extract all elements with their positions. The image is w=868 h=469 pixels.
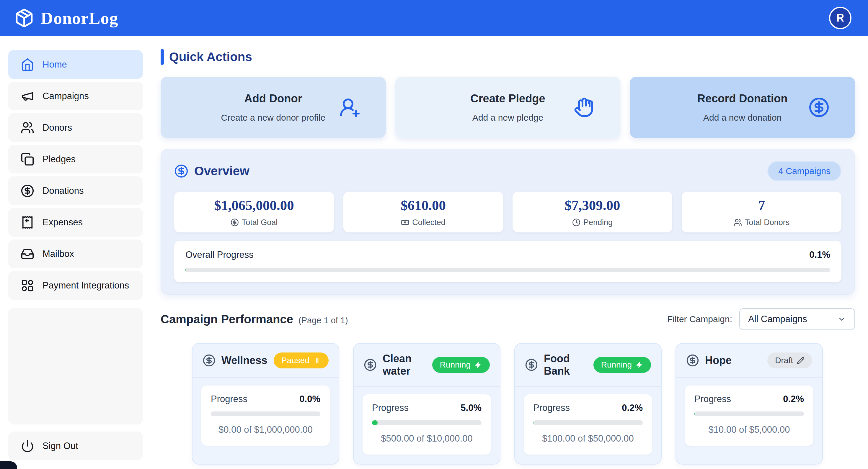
sidebar-item-label: Pledges xyxy=(42,154,75,165)
inbox-icon xyxy=(21,247,34,261)
sign-out-button[interactable]: Sign Out xyxy=(8,432,143,460)
stat-label: Total Donors xyxy=(745,218,790,227)
dollar-circle-icon xyxy=(230,218,239,227)
campaign-card-food-bank: Food Bank Running Progress 0.2% $100.00 … xyxy=(514,343,662,465)
receipt-icon xyxy=(21,215,34,229)
create-pledge-card[interactable]: Create Pledge Add a new pledge xyxy=(395,77,621,138)
stat-value: $1,065,000.00 xyxy=(214,197,294,213)
overview-stats: $1,065,000.00 Total Goal $610.00 Collect… xyxy=(174,192,841,232)
record-donation-card[interactable]: Record Donation Add a new donation xyxy=(630,77,855,138)
campaign-count-badge: 4 Campaigns xyxy=(767,161,841,181)
sidebar-item-label: Donations xyxy=(42,186,84,196)
amount-text: $10.00 of $5,000.00 xyxy=(694,425,804,435)
amount-text: $0.00 of $1,000,000.00 xyxy=(211,425,320,435)
sidebar-item-campaigns[interactable]: Campaigns xyxy=(8,82,143,110)
quick-actions-header: Quick Actions xyxy=(161,49,855,65)
add-donor-card[interactable]: Add Donor Create a new donor profile xyxy=(161,77,386,138)
campaign-filter-select[interactable]: All Campaigns xyxy=(739,308,855,330)
sidebar-item-mailbox[interactable]: Mailbox xyxy=(8,239,143,268)
overall-progress-bar xyxy=(185,268,830,272)
progress-fill xyxy=(533,420,533,425)
dollar-circle-icon xyxy=(525,358,538,371)
overall-progress-label: Overall Progress xyxy=(185,249,254,260)
status-badge-running: Running xyxy=(593,357,651,373)
campaign-name: Wellness xyxy=(221,354,268,367)
stat-value: $610.00 xyxy=(401,197,446,213)
hand-icon xyxy=(574,97,595,118)
sidebar-item-label: Expenses xyxy=(42,217,83,228)
stat-label: Pending xyxy=(583,218,613,227)
campaign-progress-card: Progress 5.0% $500.00 of $10,000.00 xyxy=(363,394,491,455)
progress-fill xyxy=(372,420,378,425)
megaphone-icon xyxy=(21,89,34,103)
users-icon xyxy=(734,218,742,227)
clock-icon xyxy=(572,218,581,227)
filter-selected-value: All Campaigns xyxy=(748,314,807,325)
brand-logo[interactable]: DonorLog xyxy=(14,8,118,28)
campaign-card-wellness: Wellness Paused Progress 0.0% $0.00 of $… xyxy=(192,343,339,465)
sidebar-item-pledges[interactable]: Pledges xyxy=(8,145,143,173)
campaign-filter: Filter Campaign: All Campaigns xyxy=(667,308,855,330)
sidebar-item-label: Donors xyxy=(42,123,72,133)
campaign-name: Clean water xyxy=(383,353,426,377)
sidebar-item-expenses[interactable]: Expenses xyxy=(8,208,143,237)
grid-icon xyxy=(21,279,34,292)
campaign-progress-card: Progress 0.2% $100.00 of $50,000.00 xyxy=(524,394,652,455)
pencil-icon xyxy=(797,357,805,365)
sidebar-item-label: Home xyxy=(42,59,67,70)
campaign-progress-card: Progress 0.2% $10.00 of $5,000.00 xyxy=(685,386,813,446)
overall-progress-fill xyxy=(185,268,186,272)
sidebar-spacer xyxy=(8,308,143,425)
sidebar-item-label: Campaigns xyxy=(42,91,89,101)
amount-text: $100.00 of $50,000.00 xyxy=(533,433,643,444)
pause-icon xyxy=(313,357,321,365)
stat-total-goal: $1,065,000.00 Total Goal xyxy=(174,192,334,232)
status-label: Running xyxy=(601,360,632,370)
accent-bar xyxy=(161,49,164,65)
status-badge-paused: Paused xyxy=(274,353,329,368)
overview-panel: Overview 4 Campaigns $1,065,000.00 Total… xyxy=(161,149,855,295)
progress-bar xyxy=(533,420,643,425)
record-donation-title: Record Donation xyxy=(698,92,788,105)
campaign-name: Hope xyxy=(705,354,762,367)
progress-value: 5.0% xyxy=(461,403,482,413)
sidebar: Home Campaigns Donors Pledges Donations xyxy=(8,50,143,460)
amount-text: $500.00 of $10,000.00 xyxy=(372,433,482,444)
sidebar-item-label: Mailbox xyxy=(42,249,74,259)
status-label: Paused xyxy=(281,356,309,365)
users-icon xyxy=(21,121,34,135)
campaign-performance-header: Campaign Performance (Page 1 of 1) Filte… xyxy=(161,308,855,330)
filter-label: Filter Campaign: xyxy=(667,314,732,324)
dollar-circle-icon xyxy=(203,354,216,367)
status-badge-running: Running xyxy=(432,357,490,373)
progress-label: Progress xyxy=(694,394,731,404)
create-pledge-subtitle: Add a new pledge xyxy=(472,113,543,123)
stat-label: Total Goal xyxy=(242,218,278,227)
chevron-down-icon xyxy=(837,315,846,324)
stat-pending: $7,309.00 Pending xyxy=(513,192,672,232)
progress-value: 0.0% xyxy=(299,394,320,404)
bolt-icon xyxy=(474,361,482,369)
stat-label: Collected xyxy=(412,218,445,227)
overview-header: Overview 4 Campaigns xyxy=(174,161,841,181)
create-pledge-title: Create Pledge xyxy=(470,92,545,105)
dollar-circle-icon xyxy=(808,97,830,118)
campaign-progress-card: Progress 0.0% $0.00 of $1,000,000.00 xyxy=(202,386,330,446)
main-content: Quick Actions Add Donor Create a new don… xyxy=(143,36,868,469)
progress-value: 0.2% xyxy=(622,403,643,413)
campaign-performance-title: Campaign Performance xyxy=(161,313,293,326)
bolt-icon xyxy=(636,361,643,369)
overview-title: Overview xyxy=(194,164,249,178)
sidebar-item-payment-integrations[interactable]: Payment Integrations xyxy=(8,271,143,300)
sidebar-item-donors[interactable]: Donors xyxy=(8,113,143,142)
progress-fill xyxy=(694,411,695,416)
status-badge-draft: Draft xyxy=(767,353,812,368)
pages-icon xyxy=(21,153,34,166)
add-donor-subtitle: Create a new donor profile xyxy=(221,113,326,123)
sidebar-item-home[interactable]: Home xyxy=(8,50,143,79)
sidebar-item-donations[interactable]: Donations xyxy=(8,176,143,205)
app-title: DonorLog xyxy=(41,8,118,28)
sidebar-item-label: Payment Integrations xyxy=(42,280,129,291)
user-avatar[interactable]: R xyxy=(829,7,851,29)
status-label: Draft xyxy=(775,356,793,365)
